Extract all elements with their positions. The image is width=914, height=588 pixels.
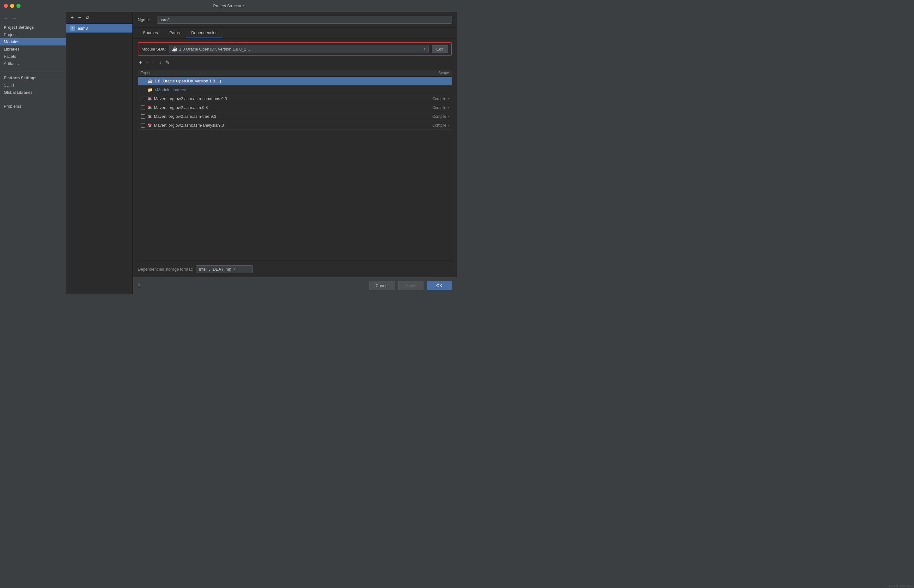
sidebar-item-facets[interactable]: Facets <box>0 53 66 60</box>
svg-text:m: m <box>72 27 74 30</box>
tab-sources[interactable]: Sources <box>138 28 163 38</box>
checkbox-icon-asm-analysis[interactable] <box>141 123 145 128</box>
module-name: asm8 <box>78 26 88 31</box>
dep-row-module-source[interactable]: 📁 <Module source> <box>138 86 452 94</box>
dep-name-maven-asm-tree: 📚 Maven: org.ow2.asm:asm-tree:9.3 <box>147 114 418 119</box>
module-item-asm8[interactable]: m asm8 <box>66 24 133 32</box>
tab-paths[interactable]: Paths <box>164 28 185 38</box>
sidebar-item-artifacts[interactable]: Artifacts <box>0 60 66 67</box>
titlebar: Project Structure <box>0 0 457 12</box>
move-up-dep-button[interactable]: ↑ <box>151 59 156 66</box>
storage-format-arrow: ▾ <box>234 267 236 271</box>
dep-label-module-source: <Module source> <box>154 87 186 92</box>
scope-chevron-asm[interactable]: ▾ <box>447 106 449 109</box>
sdk-dropdown-arrow: ▾ <box>424 47 426 51</box>
checkbox-asm[interactable] <box>141 105 147 110</box>
remove-module-button[interactable]: − <box>77 15 82 21</box>
dep-table-header: Export Scope <box>138 69 452 77</box>
header-scope: Scope <box>418 71 449 75</box>
bottom-bar: ? Cancel Apply OK <box>133 277 457 294</box>
forward-arrow[interactable]: → <box>12 16 16 21</box>
add-module-button[interactable]: + <box>70 15 75 21</box>
cancel-button[interactable]: Cancel <box>369 281 395 290</box>
sidebar-item-global-libraries[interactable]: Global Libraries <box>0 89 66 96</box>
project-structure-dialog: Project Structure ← → Project Settings P… <box>0 0 457 294</box>
nav-arrows: ← → <box>0 15 66 23</box>
main-panel: Name: Sources Paths Dependencies <box>133 12 457 294</box>
remove-dep-button[interactable]: − <box>144 59 150 66</box>
module-list-area: + − ⧉ m asm8 <box>66 12 133 294</box>
project-settings-header: Project Settings <box>0 23 66 31</box>
dep-name-module-source: 📁 <Module source> <box>147 87 418 92</box>
java-icon: ☕ <box>172 47 177 52</box>
dep-scope-maven-asm-analysis: Compile ▾ <box>418 123 449 128</box>
back-arrow[interactable]: ← <box>4 16 8 21</box>
name-input[interactable] <box>157 16 452 24</box>
name-label-text: Name: <box>138 17 150 22</box>
sdk-dropdown[interactable]: ☕ 1.8 Oracle OpenJDK version 1.8.0_2… ▾ <box>169 45 429 53</box>
minimize-button[interactable] <box>10 4 14 8</box>
checkbox-asm-analysis[interactable] <box>141 123 147 128</box>
checkbox-icon-asm-commons[interactable] <box>141 97 145 101</box>
name-row: Name: <box>133 12 457 28</box>
dep-table: Export Scope ☕ 1.8 (Oracle OpenJDK versi… <box>138 69 452 261</box>
dep-name-maven-asm-commons: 📚 Maven: org.ow2.asm:asm-commons:9.3 <box>147 96 418 101</box>
library-icon-asm-analysis: 📚 <box>147 123 152 127</box>
dep-name-maven-asm: 📚 Maven: org.ow2.asm:asm:9.3 <box>147 105 418 110</box>
dep-row-maven-asm-tree[interactable]: 📚 Maven: org.ow2.asm:asm-tree:9.3 Compil… <box>138 112 452 121</box>
dep-storage-label: Dependencies storage format: <box>138 267 193 271</box>
jdk-icon: ☕ <box>147 79 152 83</box>
dep-name-jdk: ☕ 1.8 (Oracle OpenJDK version 1.8....) <box>147 79 418 83</box>
scope-chevron-asm-analysis[interactable]: ▾ <box>447 123 449 127</box>
library-icon-asm: 📚 <box>147 105 152 110</box>
sidebar-divider-2 <box>0 100 66 100</box>
edit-sdk-button[interactable]: Edit <box>432 45 448 53</box>
tabs-row: Sources Paths Dependencies <box>133 28 457 39</box>
dep-toolbar: + − ↑ ↓ ✎ <box>138 59 452 66</box>
dep-row-jdk[interactable]: ☕ 1.8 (Oracle OpenJDK version 1.8....) <box>138 77 452 86</box>
dep-label-maven-asm-analysis: Maven: org.ow2.asm:asm-analysis:9.3 <box>154 123 224 128</box>
platform-settings-header: Platform Settings <box>0 74 66 81</box>
sidebar-item-sdks[interactable]: SDKs <box>0 81 66 89</box>
library-icon-asm-commons: 📚 <box>147 97 152 101</box>
sidebar-divider <box>0 71 66 71</box>
checkbox-icon-asm-tree[interactable] <box>141 114 145 119</box>
dep-scope-maven-asm: Compile ▾ <box>418 105 449 110</box>
dep-row-maven-asm-analysis[interactable]: 📚 Maven: org.ow2.asm:asm-analysis:9.3 Co… <box>138 121 452 130</box>
scope-chevron-asm-commons[interactable]: ▾ <box>447 97 449 100</box>
apply-button[interactable]: Apply <box>398 281 423 290</box>
main-content: ← → Project Settings Project Modules Lib… <box>0 12 457 294</box>
sidebar-item-problems[interactable]: Problems <box>0 103 66 110</box>
edit-dep-button[interactable]: ✎ <box>164 59 171 66</box>
window-title: Project Structure <box>213 3 244 8</box>
sidebar-item-modules[interactable]: Modules <box>0 38 66 45</box>
tab-dependencies[interactable]: Dependencies <box>186 28 222 38</box>
platform-settings-section: Platform Settings SDKs Global Libraries <box>0 74 66 96</box>
dep-row-maven-asm-commons[interactable]: 📚 Maven: org.ow2.asm:asm-commons:9.3 Com… <box>138 94 452 103</box>
checkbox-icon-asm[interactable] <box>141 105 145 110</box>
sdk-dropdown-text: ☕ 1.8 Oracle OpenJDK version 1.8.0_2… <box>172 47 250 52</box>
move-down-dep-button[interactable]: ↓ <box>158 59 163 66</box>
checkbox-asm-commons[interactable] <box>141 97 147 101</box>
sidebar: ← → Project Settings Project Modules Lib… <box>0 12 66 294</box>
header-export: Export <box>141 71 160 75</box>
storage-format-dropdown[interactable]: IntelliJ IDEA (.iml) ▾ <box>196 265 253 273</box>
dep-label-jdk: 1.8 (Oracle OpenJDK version 1.8....) <box>154 79 221 83</box>
dep-row-maven-asm[interactable]: 📚 Maven: org.ow2.asm:asm:9.3 Compile ▾ <box>138 103 452 112</box>
project-settings-section: Project Settings Project Modules Librari… <box>0 23 66 67</box>
dep-label-maven-asm-commons: Maven: org.ow2.asm:asm-commons:9.3 <box>154 96 227 101</box>
ok-button[interactable]: OK <box>427 281 452 290</box>
dependencies-content: Module SDK: ☕ 1.8 Oracle OpenJDK version… <box>133 39 457 277</box>
help-icon[interactable]: ? <box>138 283 141 289</box>
close-button[interactable] <box>4 4 8 8</box>
maximize-button[interactable] <box>16 4 21 8</box>
storage-format-value: IntelliJ IDEA (.iml) <box>199 267 231 271</box>
dep-scope-maven-asm-tree: Compile ▾ <box>418 114 449 119</box>
scope-chevron-asm-tree[interactable]: ▾ <box>447 115 449 118</box>
add-dep-button[interactable]: + <box>138 59 143 66</box>
copy-module-button[interactable]: ⧉ <box>84 15 91 21</box>
sidebar-item-libraries[interactable]: Libraries <box>0 45 66 53</box>
sidebar-item-project[interactable]: Project <box>0 31 66 38</box>
module-folder-icon: 📁 <box>147 87 152 92</box>
checkbox-asm-tree[interactable] <box>141 114 147 119</box>
